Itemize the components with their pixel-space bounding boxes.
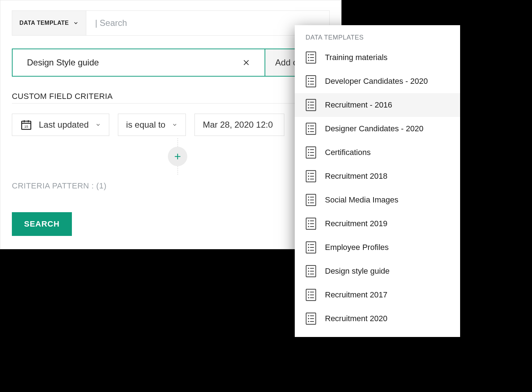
template-icon	[306, 194, 316, 206]
template-icon	[306, 75, 316, 87]
dropdown-item-label: Recruitment 2018	[325, 172, 387, 181]
dropdown-item[interactable]: Employee Profiles	[295, 236, 460, 259]
template-icon	[306, 123, 316, 135]
dropdown-item[interactable]: Recruitment 2017	[295, 283, 460, 307]
chevron-down-icon	[172, 122, 178, 128]
dropdown-item-label: Social Media Images	[325, 195, 398, 205]
pill-text: Design Style guide	[27, 58, 99, 68]
dropdown-item[interactable]: Developer Candidates - 2020	[295, 69, 460, 93]
plus-icon: +	[174, 150, 181, 163]
criteria-field-label: Last updated	[39, 120, 89, 130]
criteria-operator-select[interactable]: is equal to	[118, 114, 186, 136]
close-icon[interactable]	[242, 59, 250, 67]
pattern-value: (1)	[96, 181, 106, 190]
search-input[interactable]	[86, 11, 329, 35]
template-icon	[306, 241, 316, 254]
criteria-value-input[interactable]: Mar 28, 2020 12:0	[194, 114, 284, 136]
search-type-dropdown[interactable]: DATA TEMPLATE	[12, 11, 86, 35]
template-icon	[306, 146, 316, 159]
dropdown-item-label: Designer Candidates - 2020	[325, 124, 423, 133]
dropdown-item[interactable]: Recruitment - 2016	[295, 93, 460, 117]
template-icon	[306, 170, 316, 182]
template-icon	[306, 99, 316, 111]
dropdown-item-label: Recruitment - 2016	[325, 100, 392, 110]
add-criteria-circle-button[interactable]: +	[168, 147, 187, 166]
dropdown-item[interactable]: Recruitment 2019	[295, 212, 460, 236]
dropdown-item-label: Certifications	[325, 148, 371, 157]
pattern-label: CRITERIA PATTERN :	[12, 181, 94, 190]
template-icon	[306, 265, 316, 277]
dropdown-item-label: Training materials	[325, 53, 387, 62]
selected-template-pill: Design Style guide Add criteria	[12, 49, 330, 77]
calendar-icon: 15	[20, 119, 32, 131]
dropdown-item[interactable]: Social Media Images	[295, 188, 460, 212]
criteria-field-select[interactable]: 15 Last updated	[12, 114, 109, 136]
dropdown-item[interactable]: Recruitment 2018	[295, 164, 460, 188]
dropdown-item-label: Recruitment 2019	[325, 219, 387, 228]
dropdown-item-label: Recruitment 2020	[325, 314, 387, 323]
dropdown-item[interactable]: Recruitment 2020	[295, 307, 460, 331]
template-icon	[306, 289, 316, 301]
data-templates-dropdown: DATA TEMPLATES Training materialsDevelop…	[295, 25, 460, 337]
dropdown-item[interactable]: Design style guide	[295, 259, 460, 283]
connector-line	[178, 138, 178, 147]
divider	[12, 103, 330, 104]
template-icon	[306, 313, 316, 325]
search-button[interactable]: SEARCH	[12, 212, 72, 236]
section-title: CUSTOM FIELD CRITERIA	[12, 92, 330, 101]
dropdown-list: Training materialsDeveloper Candidates -…	[295, 46, 460, 331]
chevron-down-icon	[73, 20, 79, 26]
criteria-pattern: CRITERIA PATTERN : (1)	[12, 181, 330, 191]
criteria-connector: +	[26, 138, 330, 175]
dropdown-item-label: Design style guide	[325, 266, 390, 276]
dropdown-item-label: Developer Candidates - 2020	[325, 77, 428, 86]
pill-value-area: Design Style guide	[13, 49, 265, 76]
connector-line	[178, 166, 178, 175]
dropdown-header: DATA TEMPLATES	[295, 25, 460, 46]
template-icon	[306, 218, 316, 230]
criteria-value-text: Mar 28, 2020 12:0	[203, 120, 273, 130]
criteria-row: 15 Last updated is equal to Mar 28, 2020…	[12, 114, 330, 136]
dropdown-item[interactable]: Training materials	[295, 46, 460, 69]
dropdown-item[interactable]: Certifications	[295, 141, 460, 164]
dropdown-item-label: Recruitment 2017	[325, 290, 387, 300]
svg-text:15: 15	[24, 124, 28, 128]
dropdown-item[interactable]: Designer Candidates - 2020	[295, 117, 460, 141]
search-bar: DATA TEMPLATE	[12, 10, 330, 36]
main-panel: DATA TEMPLATE Design Style guide Add cri…	[0, 0, 341, 249]
search-type-label: DATA TEMPLATE	[19, 20, 69, 26]
template-icon	[306, 51, 316, 64]
chevron-down-icon	[95, 122, 101, 128]
criteria-operator-label: is equal to	[126, 120, 165, 130]
dropdown-item-label: Employee Profiles	[325, 243, 389, 252]
